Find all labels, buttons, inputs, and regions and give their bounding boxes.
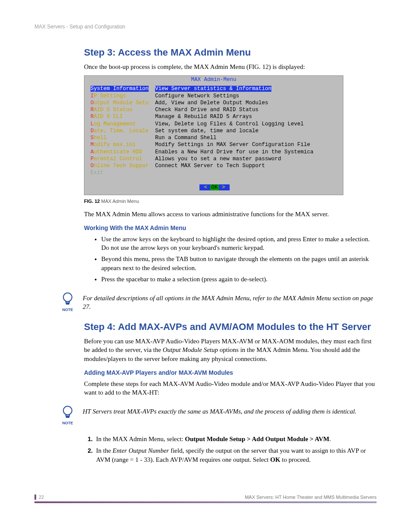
page-footer: 22 MAX Servers: HT Home Theater and MMS … <box>34 495 377 503</box>
svg-rect-2 <box>66 303 69 304</box>
menu-item[interactable]: RAID 5 CLI Manage & Rebuild RAID 5 Array… <box>90 113 339 120</box>
figure-number: FIG. 12 <box>84 199 100 204</box>
list-item: In the MAX Admin Menu, select: Output Mo… <box>94 435 377 444</box>
menu-item[interactable]: Log Management View, Delete Log Files & … <box>90 121 339 128</box>
terminal-figure: MAX Admin-Menu System Information View S… <box>84 75 343 195</box>
menu-item[interactable]: Parental Control Allows you to set a new… <box>90 156 339 162</box>
menu-item[interactable]: Shell Run a Command Shell <box>90 134 339 141</box>
step3-title: Step 3: Access the MAX Admin Menu <box>84 47 377 58</box>
page-number: 22 <box>34 495 44 500</box>
note-label: NOTE <box>62 421 73 425</box>
menu-item[interactable]: Date, Time, Locale Set system date, time… <box>90 128 339 134</box>
step4-p2: Complete these steps for each MAX-AVM Au… <box>84 380 377 397</box>
list-item: In the Enter Output Number field, specif… <box>94 446 377 464</box>
terminal-title: MAX Admin-Menu <box>84 76 343 83</box>
step4-note-text: HT Servers treat MAX-AVPs exactly the sa… <box>83 404 356 416</box>
list-item: Press the spacebar to make a selection (… <box>101 275 377 283</box>
menu-item[interactable]: System Information View Server statistic… <box>90 85 339 92</box>
step4-title: Step 4: Add MAX-AVPs and AVM/AOM Modules… <box>84 321 377 333</box>
step4-subheading: Adding MAX-AVP Players and/or MAX-AVM Mo… <box>84 369 377 376</box>
menu-item-exit[interactable]: Exit <box>90 169 339 176</box>
step3-note-text: For detailed descriptions of all options… <box>83 291 377 311</box>
step3-bullets: Use the arrow keys on the keyboard to hi… <box>101 235 377 283</box>
note-label: NOTE <box>62 308 73 312</box>
figure-text: MAX Admin Menu <box>101 199 139 204</box>
menu-item[interactable]: Output Module Setu Add, View and Delete … <box>90 100 339 106</box>
ok-button[interactable]: < OK > <box>199 184 229 190</box>
step4-ordered-list: In the MAX Admin Menu, select: Output Mo… <box>84 435 377 464</box>
svg-point-0 <box>63 293 72 302</box>
menu-item[interactable]: RAID 5 Status Check Hard Drive and RAID … <box>90 106 339 113</box>
note-icon: NOTE <box>60 404 75 425</box>
menu-item[interactable]: Authenticate HDD Enables a New Hard Driv… <box>90 149 339 156</box>
list-item: Beyond this menu, press the TAB button t… <box>101 255 377 272</box>
step4-p1: Before you can use MAX-AVP Audio-Video P… <box>84 337 377 363</box>
step3-after-fig: The MAX Admin Menu allows access to vari… <box>84 210 377 218</box>
step3-intro: Once the boot-up process is complete, th… <box>84 62 377 71</box>
svg-rect-1 <box>66 302 69 303</box>
svg-point-3 <box>63 406 72 415</box>
step3-subheading: Working With the MAX Admin Menu <box>84 224 377 231</box>
note-icon: NOTE <box>60 291 75 312</box>
menu-item[interactable]: Online Tech Suppor Connect MAX Server to… <box>90 162 339 169</box>
menu-item[interactable]: IP Settings Configure Network Settings <box>90 93 339 100</box>
figure-caption: FIG. 12 MAX Admin Menu <box>84 199 377 204</box>
running-header: MAX Servers - Setup and Configuration <box>34 24 377 30</box>
svg-rect-5 <box>66 417 69 417</box>
list-item: Use the arrow keys on the keyboard to hi… <box>101 235 377 252</box>
svg-rect-4 <box>66 415 69 416</box>
menu-item[interactable]: Modify max.ini Modify Settings in MAX Se… <box>90 141 339 148</box>
footer-doc-title: MAX Servers: HT Home Theater and MMS Mul… <box>245 495 377 500</box>
